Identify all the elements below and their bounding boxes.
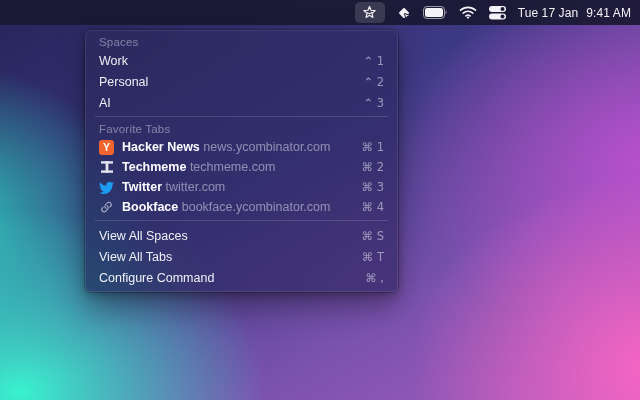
twitter-favicon — [99, 180, 114, 195]
control-center-icon[interactable] — [488, 5, 507, 20]
shortcut-hint: ⌃ 2 — [363, 75, 384, 89]
tab-domain: techmeme.com — [190, 160, 275, 174]
tab-name: Techmeme — [122, 160, 186, 174]
favorite-tabs-section-header: Favorite Tabs — [85, 121, 398, 137]
link-icon — [99, 200, 114, 215]
space-label: Work — [99, 54, 363, 68]
shortcut-hint: ⌘ 4 — [362, 200, 384, 214]
arc-sparkle-icon — [362, 5, 377, 20]
color-picker-menubar-icon[interactable] — [396, 5, 412, 21]
menubar-clock[interactable]: 9:41 AM — [586, 6, 631, 20]
menu-item-space-work[interactable]: Work ⌃ 1 — [85, 50, 398, 71]
menu-item-tab-twitter[interactable]: Twitter twitter.com ⌘ 3 — [85, 177, 398, 197]
battery-icon[interactable] — [423, 6, 448, 19]
arc-menubar-button[interactable] — [355, 2, 385, 23]
space-label: Personal — [99, 75, 363, 89]
techmeme-favicon — [99, 160, 114, 175]
spaces-section-header: Spaces — [85, 34, 398, 50]
menu-item-tab-hacker-news[interactable]: Y Hacker News news.ycombinator.com ⌘ 1 — [85, 137, 398, 157]
shortcut-hint: ⌘ 1 — [362, 140, 384, 154]
shortcut-hint: ⌃ 3 — [363, 96, 384, 110]
action-label: View All Spaces — [99, 229, 362, 243]
menu-divider — [95, 220, 388, 221]
menu-item-space-ai[interactable]: AI ⌃ 3 — [85, 92, 398, 113]
shortcut-hint: ⌘ T — [362, 250, 384, 264]
hacker-news-favicon: Y — [99, 140, 114, 155]
action-label: View All Tabs — [99, 250, 362, 264]
menu-item-space-personal[interactable]: Personal ⌃ 2 — [85, 71, 398, 92]
menu-bar: Tue 17 Jan 9:41 AM — [0, 0, 640, 25]
shortcut-hint: ⌘ 3 — [362, 180, 384, 194]
space-label: AI — [99, 96, 363, 110]
menubar-date[interactable]: Tue 17 Jan — [518, 6, 579, 20]
tab-domain: news.ycombinator.com — [203, 140, 330, 154]
menu-divider — [95, 116, 388, 117]
menu-item-tab-bookface[interactable]: Bookface bookface.ycombinator.com ⌘ 4 — [85, 197, 398, 217]
action-label: Configure Command — [99, 271, 365, 285]
tab-name: Bookface — [122, 200, 178, 214]
wifi-icon[interactable] — [459, 6, 477, 19]
tab-name: Hacker News — [122, 140, 200, 154]
menu-item-view-all-tabs[interactable]: View All Tabs ⌘ T — [85, 246, 398, 267]
shortcut-hint: ⌘ , — [365, 271, 384, 285]
shortcut-hint: ⌘ 2 — [362, 160, 384, 174]
menu-item-tab-techmeme[interactable]: Techmeme techmeme.com ⌘ 2 — [85, 157, 398, 177]
menu-item-configure-command[interactable]: Configure Command ⌘ , — [85, 267, 398, 288]
arc-command-dropdown: Spaces Work ⌃ 1 Personal ⌃ 2 AI ⌃ 3 Favo… — [85, 30, 398, 292]
tab-domain: bookface.ycombinator.com — [182, 200, 331, 214]
menu-item-view-all-spaces[interactable]: View All Spaces ⌘ S — [85, 225, 398, 246]
tab-domain: twitter.com — [166, 180, 226, 194]
tab-name: Twitter — [122, 180, 162, 194]
shortcut-hint: ⌘ S — [362, 229, 384, 243]
shortcut-hint: ⌃ 1 — [363, 54, 384, 68]
